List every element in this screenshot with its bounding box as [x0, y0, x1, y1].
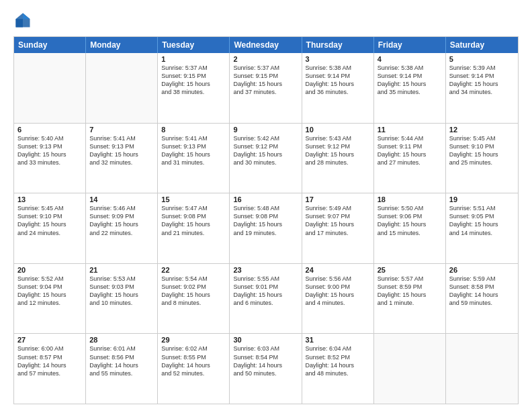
cal-cell	[446, 334, 518, 404]
cell-info: Sunrise: 6:04 AM Sunset: 8:52 PM Dayligh…	[306, 345, 370, 377]
cell-info: Sunrise: 5:45 AM Sunset: 9:10 PM Dayligh…	[17, 204, 82, 237]
day-number: 18	[378, 195, 442, 203]
week-row-5: 27Sunrise: 6:00 AM Sunset: 8:57 PM Dayli…	[14, 333, 518, 404]
day-number: 31	[306, 336, 370, 344]
day-number: 28	[89, 336, 154, 344]
cal-cell: 14Sunrise: 5:46 AM Sunset: 9:09 PM Dayli…	[86, 193, 158, 263]
cell-info: Sunrise: 5:59 AM Sunset: 8:58 PM Dayligh…	[449, 275, 515, 308]
day-number: 10	[306, 126, 370, 134]
day-number: 20	[17, 266, 82, 274]
day-number: 30	[233, 336, 298, 344]
day-header-tuesday: Tuesday	[158, 37, 230, 53]
day-number: 3	[306, 55, 370, 63]
cal-cell: 30Sunrise: 6:03 AM Sunset: 8:54 PM Dayli…	[230, 334, 302, 404]
cell-info: Sunrise: 5:57 AM Sunset: 8:59 PM Dayligh…	[378, 275, 442, 308]
cal-cell	[86, 53, 158, 123]
calendar: SundayMondayTuesdayWednesdayThursdayFrid…	[13, 36, 519, 404]
cell-info: Sunrise: 6:01 AM Sunset: 8:56 PM Dayligh…	[89, 345, 154, 377]
page: SundayMondayTuesdayWednesdayThursdayFrid…	[0, 0, 532, 411]
day-number: 22	[161, 266, 226, 274]
day-number: 27	[17, 336, 82, 344]
cal-cell: 29Sunrise: 6:02 AM Sunset: 8:55 PM Dayli…	[158, 334, 230, 404]
cell-info: Sunrise: 5:37 AM Sunset: 9:15 PM Dayligh…	[233, 64, 298, 97]
cal-cell: 23Sunrise: 5:55 AM Sunset: 9:01 PM Dayli…	[230, 264, 302, 334]
cell-info: Sunrise: 5:43 AM Sunset: 9:12 PM Dayligh…	[306, 134, 370, 167]
day-number: 19	[449, 195, 515, 203]
cell-info: Sunrise: 6:00 AM Sunset: 8:57 PM Dayligh…	[17, 345, 82, 377]
day-number: 26	[449, 266, 515, 274]
week-row-4: 20Sunrise: 5:52 AM Sunset: 9:04 PM Dayli…	[14, 263, 518, 334]
cal-cell: 22Sunrise: 5:54 AM Sunset: 9:02 PM Dayli…	[158, 264, 230, 334]
cell-info: Sunrise: 6:03 AM Sunset: 8:54 PM Dayligh…	[233, 345, 298, 377]
cal-cell: 7Sunrise: 5:41 AM Sunset: 9:13 PM Daylig…	[86, 124, 158, 193]
cal-cell: 1Sunrise: 5:37 AM Sunset: 9:15 PM Daylig…	[158, 53, 230, 123]
cal-cell	[374, 334, 446, 404]
day-number: 4	[378, 55, 442, 63]
cell-info: Sunrise: 5:38 AM Sunset: 9:14 PM Dayligh…	[378, 64, 442, 97]
day-number: 15	[161, 195, 226, 203]
cal-cell: 18Sunrise: 5:50 AM Sunset: 9:06 PM Dayli…	[374, 193, 446, 263]
header	[13, 11, 519, 30]
cal-cell: 10Sunrise: 5:43 AM Sunset: 9:12 PM Dayli…	[302, 124, 374, 193]
calendar-body: 1Sunrise: 5:37 AM Sunset: 9:15 PM Daylig…	[14, 53, 518, 404]
cell-info: Sunrise: 5:37 AM Sunset: 9:15 PM Dayligh…	[161, 64, 226, 97]
day-number: 6	[17, 126, 82, 134]
cal-cell: 20Sunrise: 5:52 AM Sunset: 9:04 PM Dayli…	[14, 264, 86, 334]
cell-info: Sunrise: 5:42 AM Sunset: 9:12 PM Dayligh…	[233, 134, 298, 167]
cal-cell: 26Sunrise: 5:59 AM Sunset: 8:58 PM Dayli…	[446, 264, 518, 334]
day-header-wednesday: Wednesday	[230, 37, 302, 53]
cell-info: Sunrise: 5:45 AM Sunset: 9:10 PM Dayligh…	[449, 134, 515, 167]
day-number: 9	[233, 126, 298, 134]
day-number: 2	[233, 55, 298, 63]
day-header-monday: Monday	[86, 37, 158, 53]
logo-icon	[13, 11, 32, 30]
day-number: 1	[161, 55, 226, 63]
day-header-saturday: Saturday	[446, 37, 518, 53]
cal-cell: 19Sunrise: 5:51 AM Sunset: 9:05 PM Dayli…	[446, 193, 518, 263]
cell-info: Sunrise: 5:56 AM Sunset: 9:00 PM Dayligh…	[306, 275, 370, 308]
day-number: 24	[306, 266, 370, 274]
cell-info: Sunrise: 5:52 AM Sunset: 9:04 PM Dayligh…	[17, 275, 82, 308]
week-row-2: 6Sunrise: 5:40 AM Sunset: 9:13 PM Daylig…	[14, 123, 518, 193]
day-number: 5	[449, 55, 515, 63]
cell-info: Sunrise: 5:53 AM Sunset: 9:03 PM Dayligh…	[89, 275, 154, 308]
day-number: 29	[161, 336, 226, 344]
cal-cell: 27Sunrise: 6:00 AM Sunset: 8:57 PM Dayli…	[14, 334, 86, 404]
cal-cell: 21Sunrise: 5:53 AM Sunset: 9:03 PM Dayli…	[86, 264, 158, 334]
cell-info: Sunrise: 5:54 AM Sunset: 9:02 PM Dayligh…	[161, 275, 226, 308]
cal-cell: 4Sunrise: 5:38 AM Sunset: 9:14 PM Daylig…	[374, 53, 446, 123]
day-number: 17	[306, 195, 370, 203]
cal-cell: 11Sunrise: 5:44 AM Sunset: 9:11 PM Dayli…	[374, 124, 446, 193]
cal-cell: 31Sunrise: 6:04 AM Sunset: 8:52 PM Dayli…	[302, 334, 374, 404]
cell-info: Sunrise: 5:50 AM Sunset: 9:06 PM Dayligh…	[378, 204, 442, 237]
cell-info: Sunrise: 6:02 AM Sunset: 8:55 PM Dayligh…	[161, 345, 226, 377]
day-number: 13	[17, 195, 82, 203]
day-number: 12	[449, 126, 515, 134]
cal-cell	[14, 53, 86, 123]
logo	[13, 11, 35, 30]
cell-info: Sunrise: 5:38 AM Sunset: 9:14 PM Dayligh…	[306, 64, 370, 97]
cal-cell: 6Sunrise: 5:40 AM Sunset: 9:13 PM Daylig…	[14, 124, 86, 193]
day-number: 11	[378, 126, 442, 134]
week-row-3: 13Sunrise: 5:45 AM Sunset: 9:10 PM Dayli…	[14, 193, 518, 263]
cal-cell: 12Sunrise: 5:45 AM Sunset: 9:10 PM Dayli…	[446, 124, 518, 193]
cal-cell: 17Sunrise: 5:49 AM Sunset: 9:07 PM Dayli…	[302, 193, 374, 263]
cal-cell: 3Sunrise: 5:38 AM Sunset: 9:14 PM Daylig…	[302, 53, 374, 123]
day-header-thursday: Thursday	[302, 37, 374, 53]
cal-cell: 25Sunrise: 5:57 AM Sunset: 8:59 PM Dayli…	[374, 264, 446, 334]
cell-info: Sunrise: 5:40 AM Sunset: 9:13 PM Dayligh…	[17, 134, 82, 167]
cal-cell: 8Sunrise: 5:41 AM Sunset: 9:13 PM Daylig…	[158, 124, 230, 193]
cell-info: Sunrise: 5:48 AM Sunset: 9:08 PM Dayligh…	[233, 204, 298, 237]
cell-info: Sunrise: 5:39 AM Sunset: 9:14 PM Dayligh…	[449, 64, 515, 97]
cell-info: Sunrise: 5:46 AM Sunset: 9:09 PM Dayligh…	[89, 204, 154, 237]
day-number: 16	[233, 195, 298, 203]
day-number: 14	[89, 195, 154, 203]
day-header-sunday: Sunday	[14, 37, 86, 53]
cal-cell: 5Sunrise: 5:39 AM Sunset: 9:14 PM Daylig…	[446, 53, 518, 123]
cal-cell: 13Sunrise: 5:45 AM Sunset: 9:10 PM Dayli…	[14, 193, 86, 263]
cal-cell: 2Sunrise: 5:37 AM Sunset: 9:15 PM Daylig…	[230, 53, 302, 123]
cell-info: Sunrise: 5:41 AM Sunset: 9:13 PM Dayligh…	[161, 134, 226, 167]
cell-info: Sunrise: 5:51 AM Sunset: 9:05 PM Dayligh…	[449, 204, 515, 237]
day-number: 23	[233, 266, 298, 274]
week-row-1: 1Sunrise: 5:37 AM Sunset: 9:15 PM Daylig…	[14, 53, 518, 123]
